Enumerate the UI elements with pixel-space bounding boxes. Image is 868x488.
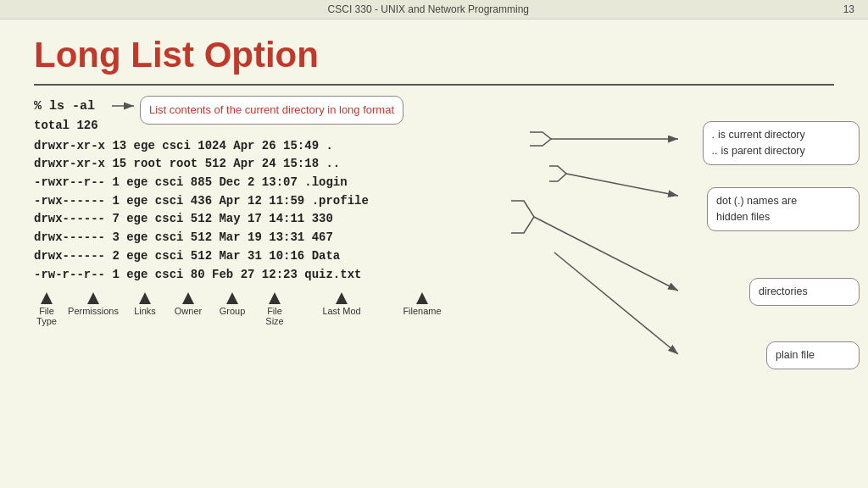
- directories-box: directories: [749, 278, 860, 306]
- main-content: % ls -al List contents of the current di…: [0, 96, 868, 326]
- slide-number: 13: [843, 3, 854, 15]
- col-file-type: FileType: [34, 292, 59, 326]
- file-row-5: drwx------ 3 ege csci 512 Mar 19 13:31 4…: [34, 229, 834, 247]
- cmd-callout-text: List contents of the current directory i…: [149, 103, 394, 116]
- col-permissions: Permissions: [63, 292, 124, 316]
- col-links: Links: [124, 292, 166, 316]
- cmd-callout-box: List contents of the current directory i…: [140, 96, 403, 125]
- command-text: % ls -al: [34, 96, 95, 114]
- file-row-7: -rw-r--r-- 1 ege csci 80 Feb 27 12:23 qu…: [34, 266, 834, 285]
- slide-title: Long List Option: [0, 19, 868, 84]
- col-owner: Owner: [166, 292, 210, 316]
- plain-file-text: plain file: [776, 349, 815, 361]
- col-filename: Filename: [388, 292, 456, 316]
- col-group: Group: [210, 292, 254, 316]
- hidden-files-text: dot (.) names arehidden files: [716, 195, 797, 223]
- directories-text: directories: [759, 286, 808, 297]
- plain-file-box: plain file: [766, 341, 860, 369]
- title-divider: [34, 84, 834, 86]
- column-labels-row: FileType Permissions Links Owner Group F…: [34, 292, 834, 326]
- col-last-mod: Last Mod: [295, 292, 388, 316]
- course-title: CSCI 330 - UNIX and Network Programming: [328, 3, 529, 15]
- current-parent-text: . is current directory .. is parent dire…: [712, 129, 805, 157]
- hidden-files-box: dot (.) names arehidden files: [707, 187, 860, 231]
- col-file-size: FileSize: [254, 292, 295, 326]
- file-row-6: drwx------ 2 ege csci 512 Mar 31 10:16 D…: [34, 247, 834, 266]
- command-area: % ls -al List contents of the current di…: [34, 96, 834, 114]
- current-parent-box: . is current directory .. is parent dire…: [703, 121, 860, 165]
- header-bar: CSCI 330 - UNIX and Network Programming …: [0, 0, 868, 19]
